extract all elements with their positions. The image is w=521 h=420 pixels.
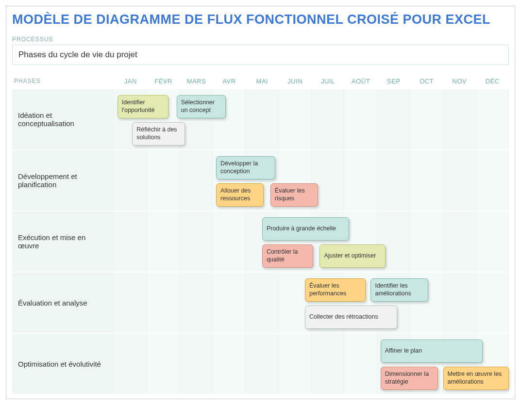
month-header: NOV [443,78,476,85]
swimlane: Évaluation et analyseÉvaluer les perform… [12,272,509,333]
month-header: DÉC [476,78,509,85]
task-box[interactable]: Évaluer les performances [305,278,366,302]
task-box[interactable]: Réfléchir à des solutions [132,122,185,145]
swimlane-grid: Identifier l'opportunitéSélectionner un … [114,89,509,149]
month-header: JAN [114,78,147,85]
task-box[interactable]: Allouer des ressources [216,183,264,207]
swimlane-label: Idéation et conceptualisation [12,89,114,149]
swimlane-label: Optimisation et évolutivité [12,334,114,394]
processus-label: PROCESSUS [12,36,509,43]
swimlane: Optimisation et évolutivitéAffiner le pl… [12,333,509,394]
task-box[interactable]: Identifier l'opportunité [118,95,168,118]
task-box[interactable]: Collecter des rétroactions [305,306,397,329]
swimlane-label: Évaluation et analyse [12,273,114,333]
month-header: FÉVR [147,78,180,85]
swimlane-grid: Affiner le planDimensionner la stratégie… [114,334,509,394]
phases-label: PHASES [12,78,114,84]
task-box[interactable]: Affiner le plan [381,339,483,363]
swimlane-content: Évaluer les performancesIdentifier les a… [114,273,509,333]
swimlane-grid: Évaluer les performancesIdentifier les a… [114,273,509,333]
month-header: JUIL [312,78,345,85]
page-title: MODÈLE DE DIAGRAMME DE FLUX FONCTIONNEL … [12,12,509,27]
swimlane-chart: PHASES JANFÉVRMARSAVRMAIJUINJUILAOÛTSEPO… [12,74,509,394]
task-box[interactable]: Évaluer les risques [270,183,318,207]
swimlane: Développement et planificationDévelopper… [12,149,509,210]
month-header: MARS [180,78,213,85]
swimlane: Exécution et mise en œuvreProduire à gra… [12,210,509,272]
swimlane-content: Affiner le planDimensionner la stratégie… [114,334,509,394]
swimlane-label: Exécution et mise en œuvre [12,211,114,272]
swimlane-grid: Développer la conceptionAllouer des ress… [114,150,509,210]
swimlane-grid: Produire à grande échelleContrôler la qu… [114,211,509,272]
month-header: AOÛT [344,78,377,85]
swimlane-content: Développer la conceptionAllouer des ress… [114,150,509,210]
month-header: JUIN [279,78,312,85]
month-header: AVR [213,78,246,85]
task-box[interactable]: Ajuster et optimiser [319,244,385,268]
task-box[interactable]: Produire à grande échelle [262,217,350,241]
processus-input[interactable]: Phases du cycle de vie du projet [12,45,509,65]
page-frame: MODÈLE DE DIAGRAMME DE FLUX FONCTIONNEL … [6,6,515,399]
task-box[interactable]: Développer la conception [216,156,275,179]
task-box[interactable]: Identifier les améliorations [370,278,428,302]
swimlanes-container: Idéation et conceptualisationIdentifier … [12,88,509,394]
month-header: OCT [410,78,443,85]
task-box[interactable]: Sélectionner un concept [177,95,226,118]
month-header: SEP [377,78,410,85]
month-header: MAI [246,78,279,85]
header-row: PHASES JANFÉVRMARSAVRMAIJUINJUILAOÛTSEPO… [12,74,509,88]
swimlane: Idéation et conceptualisationIdentifier … [12,88,509,149]
task-box[interactable]: Dimensionner la stratégie [381,367,438,390]
swimlane-label: Développement et planification [12,150,114,210]
task-box[interactable]: Mettre en œuvre les améliorations [443,367,509,390]
months-header: JANFÉVRMARSAVRMAIJUINJUILAOÛTSEPOCTNOVDÉ… [114,78,509,85]
swimlane-content: Identifier l'opportunitéSélectionner un … [114,89,509,149]
task-box[interactable]: Contrôler la qualité [262,244,313,268]
swimlane-content: Produire à grande échelleContrôler la qu… [114,211,509,272]
